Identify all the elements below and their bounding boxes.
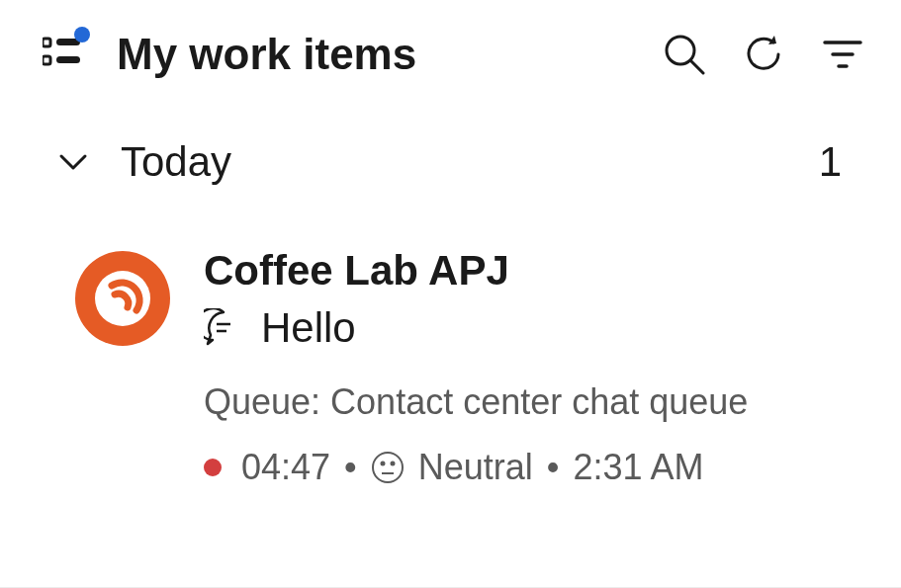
- chat-bubble-icon: [95, 271, 150, 326]
- work-item-preview-row: Hello: [204, 304, 850, 352]
- collapse-toggle[interactable]: [51, 140, 95, 184]
- svg-rect-2: [43, 56, 50, 64]
- separator-dot: •: [547, 447, 560, 488]
- group-count: 1: [819, 138, 842, 186]
- notification-dot-icon: [74, 27, 90, 42]
- panel-title: My work items: [117, 30, 636, 79]
- list-view-icon: [43, 37, 82, 72]
- view-toggle-button[interactable]: [38, 30, 87, 79]
- work-item-sentiment: Neutral: [418, 447, 533, 488]
- svg-point-13: [373, 453, 403, 482]
- separator-dot: •: [344, 447, 357, 488]
- filter-icon: [823, 39, 862, 70]
- svg-rect-0: [43, 39, 50, 46]
- work-item-body: Coffee Lab APJ Hello Queue: Contact cent…: [204, 247, 850, 488]
- refresh-button[interactable]: [733, 24, 794, 85]
- work-item-card[interactable]: Coffee Lab APJ Hello Queue: Contact cent…: [0, 206, 901, 518]
- work-item-duration: 04:47: [241, 447, 330, 488]
- group-header[interactable]: Today 1: [0, 103, 901, 206]
- work-item-queue: Queue: Contact center chat queue: [204, 381, 850, 423]
- svg-point-4: [667, 37, 694, 64]
- filter-button[interactable]: [812, 24, 873, 85]
- message-icon: [204, 308, 243, 348]
- status-dot-icon: [204, 459, 222, 476]
- svg-line-5: [691, 61, 703, 73]
- panel-header: My work items: [0, 0, 901, 103]
- svg-point-15: [391, 462, 394, 465]
- search-icon: [664, 34, 705, 75]
- chevron-down-icon: [58, 152, 88, 172]
- neutral-face-icon: [371, 451, 405, 484]
- work-item-title: Coffee Lab APJ: [204, 247, 850, 294]
- work-item-time: 2:31 AM: [573, 447, 703, 488]
- svg-point-14: [381, 462, 384, 465]
- refresh-icon: [743, 34, 784, 75]
- work-item-preview-text: Hello: [261, 304, 356, 352]
- avatar: [75, 251, 170, 346]
- group-label: Today: [121, 138, 819, 186]
- search-button[interactable]: [654, 24, 715, 85]
- work-item-meta: 04:47 • Neutral • 2:31 AM: [204, 447, 850, 488]
- svg-rect-3: [56, 56, 80, 63]
